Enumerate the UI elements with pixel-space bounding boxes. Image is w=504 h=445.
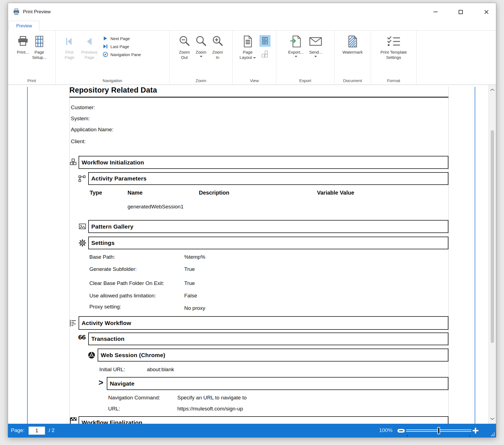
printer-icon bbox=[17, 33, 29, 49]
view-continuous-icon bbox=[261, 37, 269, 45]
titlebar: Print Preview bbox=[8, 3, 496, 21]
vertical-scrollbar[interactable] bbox=[488, 85, 496, 424]
web-session-value: about:blank bbox=[147, 367, 174, 373]
next-page-button[interactable]: Next Page bbox=[103, 36, 141, 41]
field-customer: Customer: bbox=[71, 104, 95, 111]
section-pattern-gallery: Pattern Gallery bbox=[88, 220, 448, 233]
scroll-down-icon[interactable] bbox=[490, 417, 495, 422]
section-web-session: Web Session (Chrome) bbox=[98, 349, 448, 362]
watermark-button[interactable]: Watermark bbox=[341, 33, 364, 55]
send-mail-icon bbox=[309, 33, 322, 49]
ribbon-group-export: Export... Send... Export bbox=[276, 31, 334, 85]
section-navigate: Navigate bbox=[107, 377, 448, 390]
setting-label: Generate Subfolder: bbox=[89, 266, 137, 272]
compass-icon bbox=[103, 52, 108, 57]
section-workflow-initialization: Workflow Initialization bbox=[79, 156, 448, 169]
workflow-finalization-flag-icon bbox=[69, 417, 77, 424]
ribbon-group-print: Print... Page Setup... Print bbox=[8, 31, 56, 85]
zoom-slider-plus-button[interactable] bbox=[472, 427, 479, 434]
close-button[interactable] bbox=[478, 3, 495, 21]
setting-value: %temp% bbox=[184, 254, 205, 260]
resize-grip[interactable] bbox=[490, 432, 495, 436]
table-header-variable-value: Variable Value bbox=[317, 190, 354, 196]
minimize-icon bbox=[433, 12, 438, 12]
section-settings: Settings bbox=[88, 237, 448, 249]
activity-parameters-icon bbox=[78, 175, 86, 182]
page-layout-button[interactable]: Page Layout bbox=[238, 33, 257, 61]
app-icon bbox=[13, 8, 20, 15]
section-activity-workflow: Activity Workflow bbox=[79, 316, 448, 330]
navigate-value: Specify an URL to navigate to bbox=[177, 395, 247, 401]
checklist-icon bbox=[386, 33, 401, 49]
activity-workflow-icon bbox=[69, 319, 77, 327]
print-template-settings-button[interactable]: Print Template Settings bbox=[379, 33, 408, 61]
section-workflow-finalization: Workflow Finalization bbox=[79, 416, 448, 424]
minimize-button[interactable] bbox=[427, 3, 444, 21]
section-activity-parameters: Activity Parameters bbox=[88, 172, 448, 185]
status-bar: Page: 1 / 2 100% bbox=[8, 424, 496, 438]
page-label: Page: bbox=[11, 427, 25, 433]
maximize-icon bbox=[459, 10, 463, 14]
doc-title-rule bbox=[69, 97, 448, 98]
first-page-button[interactable]: First Page bbox=[63, 33, 76, 61]
ribbon-group-document: Watermark Document bbox=[334, 31, 371, 85]
zoom-out-icon bbox=[178, 33, 191, 49]
last-page-button[interactable]: Last Page bbox=[103, 44, 141, 49]
setting-label: Clear Base Path Folder On Exit: bbox=[89, 280, 164, 286]
page-number-input[interactable]: 1 bbox=[28, 426, 45, 435]
zoom-button[interactable]: Zoom bbox=[194, 33, 209, 61]
watermark-icon bbox=[347, 33, 358, 49]
page-setup-button[interactable]: Page Setup... bbox=[31, 33, 48, 61]
group-label-document: Document bbox=[334, 78, 371, 83]
maximize-button[interactable] bbox=[452, 3, 469, 21]
zoom-dropdown-caret-icon bbox=[200, 56, 202, 57]
tab-preview-label: Preview bbox=[16, 23, 32, 28]
export-dropdown-caret-icon bbox=[295, 56, 297, 57]
setting-label: Proxy setting: bbox=[89, 304, 121, 310]
setting-value: No proxy bbox=[184, 305, 205, 311]
zoom-in-button[interactable]: Zoom In bbox=[210, 33, 225, 61]
group-label-zoom: Zoom bbox=[170, 78, 232, 83]
setting-label: Use allowed paths limitation: bbox=[89, 293, 156, 299]
field-system: System: bbox=[71, 116, 90, 122]
zoom-slider-tick bbox=[407, 435, 407, 437]
table-header-name: Name bbox=[128, 190, 142, 196]
tab-preview[interactable]: Preview bbox=[9, 21, 40, 31]
last-page-icon bbox=[103, 44, 108, 49]
section-transaction: Transaction bbox=[88, 333, 448, 345]
zoom-icon bbox=[195, 33, 207, 49]
page-edge-right bbox=[475, 87, 475, 424]
send-dropdown-caret-icon bbox=[314, 56, 317, 57]
workflow-init-icon bbox=[69, 158, 77, 166]
table-header-description: Description bbox=[199, 190, 229, 196]
next-page-icon bbox=[103, 36, 108, 41]
field-application: Application Name: bbox=[71, 127, 113, 133]
close-icon bbox=[484, 10, 489, 14]
navigation-pane-button[interactable]: Navigation Pane bbox=[103, 52, 141, 57]
zoom-slider-thumb[interactable] bbox=[437, 427, 440, 434]
view-multipage-toggle[interactable] bbox=[259, 48, 271, 60]
settings-gear-icon bbox=[79, 239, 86, 247]
send-button[interactable]: Send... bbox=[308, 33, 324, 58]
group-label-export: Export bbox=[276, 78, 334, 83]
zoom-out-button[interactable]: Zoom Out bbox=[177, 33, 192, 61]
view-continuous-toggle[interactable] bbox=[259, 35, 271, 47]
zoom-percent: 100% bbox=[374, 427, 393, 433]
setting-label: Base Path: bbox=[89, 254, 115, 260]
chrome-icon bbox=[88, 351, 95, 359]
export-button[interactable]: Export... bbox=[287, 33, 305, 58]
zoom-slider-minus-button[interactable] bbox=[398, 429, 405, 433]
preview-pane: Repository Related Data Customer: System… bbox=[8, 85, 496, 424]
previous-page-button[interactable]: Previous Page bbox=[80, 33, 99, 61]
first-page-icon bbox=[64, 33, 75, 49]
scroll-up-icon[interactable] bbox=[490, 88, 495, 93]
field-client: Client: bbox=[71, 138, 86, 145]
screen: Print Preview Preview Print... bbox=[0, 0, 504, 445]
ribbon-group-view: Page Layout View bbox=[233, 31, 276, 85]
previous-page-icon bbox=[84, 33, 95, 49]
scrollbar-thumb[interactable] bbox=[491, 130, 494, 343]
margin-guide-right bbox=[448, 87, 449, 424]
setting-value: False bbox=[184, 293, 197, 299]
print-button[interactable]: Print... bbox=[15, 33, 30, 61]
ribbon-group-zoom: Zoom Out Zoom Zoom In bbox=[170, 31, 233, 85]
